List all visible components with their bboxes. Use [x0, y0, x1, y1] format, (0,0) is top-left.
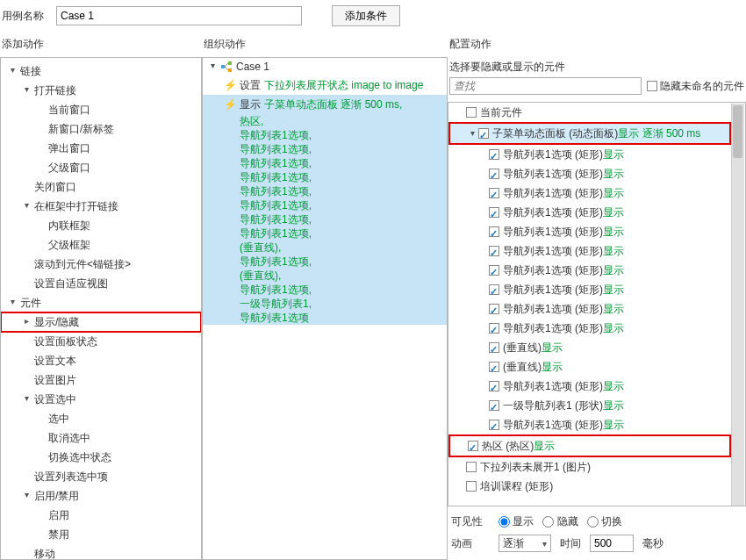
- checkbox-icon[interactable]: [489, 207, 499, 218]
- element-row[interactable]: 导航列表1选项 (矩形) 显示: [448, 241, 731, 261]
- tree-node-label: 设置文本: [34, 353, 76, 369]
- tree-node[interactable]: 显示/隐藏: [1, 312, 201, 332]
- tree-node-label: 设置自适应视图: [34, 276, 108, 291]
- action-set-row[interactable]: ⚡ 设置下拉列表展开状态 image to image: [203, 75, 447, 95]
- chevron-right-icon[interactable]: [22, 318, 31, 327]
- element-row[interactable]: 当前元件: [448, 103, 731, 122]
- element-row[interactable]: 下拉列表未展开1 (图片): [448, 457, 731, 477]
- tree-node-label: 选中: [48, 411, 69, 427]
- tree-node[interactable]: 取消选中: [1, 428, 201, 448]
- action-detail-line: 导航列表1选项,: [203, 198, 447, 212]
- checkbox-icon[interactable]: [489, 304, 499, 314]
- element-row[interactable]: 导航列表1选项 (矩形) 显示: [448, 280, 731, 299]
- element-row[interactable]: 培训课程 (矩形): [448, 477, 731, 496]
- tree-node[interactable]: 设置面板状态: [1, 332, 201, 351]
- chevron-down-icon[interactable]: [8, 67, 17, 75]
- element-row[interactable]: ▾ 子菜单动态面板 (动态面板) 显示 逐渐 500 ms: [448, 122, 731, 145]
- element-row[interactable]: (垂直线) 显示: [448, 357, 731, 377]
- element-row[interactable]: 导航列表1选项 (矩形) 显示: [448, 299, 731, 319]
- checkbox-icon[interactable]: [489, 188, 499, 198]
- tree-node-label: 链接: [20, 63, 41, 79]
- checkbox-icon[interactable]: [489, 400, 499, 411]
- tree-node[interactable]: 设置选中: [1, 390, 201, 409]
- checkbox-icon[interactable]: [478, 128, 489, 139]
- checkbox-icon[interactable]: [466, 481, 477, 492]
- checkbox-icon[interactable]: [489, 381, 499, 391]
- tree-node[interactable]: 启用/禁用: [1, 486, 201, 506]
- tree-node[interactable]: 设置图片: [1, 370, 201, 390]
- checkbox-icon[interactable]: [489, 420, 499, 430]
- checkbox-icon[interactable]: [489, 149, 499, 160]
- hide-unnamed-toggle[interactable]: 隐藏未命名的元件: [647, 79, 744, 94]
- tree-node[interactable]: 链接: [1, 61, 201, 81]
- checkbox-icon[interactable]: [489, 323, 499, 334]
- element-row[interactable]: 导航列表1选项 (矩形) 显示: [448, 145, 731, 164]
- element-label: 一级导航列表1 (形状): [503, 398, 603, 413]
- tree-node[interactable]: 打开链接: [1, 81, 201, 100]
- element-row[interactable]: 一级导航列表1 (形状) 显示: [448, 396, 731, 415]
- chevron-down-icon[interactable]: [22, 395, 31, 404]
- element-row[interactable]: (垂直线) 显示: [448, 338, 731, 357]
- element-row[interactable]: 导航列表1选项 (矩形) 显示: [448, 203, 731, 222]
- tree-node[interactable]: 弹出窗口: [1, 139, 201, 158]
- checkbox-icon[interactable]: [468, 441, 478, 451]
- tree-node[interactable]: 在框架中打开链接: [1, 197, 201, 216]
- time-input[interactable]: [590, 535, 634, 552]
- checkbox-icon[interactable]: [489, 362, 499, 372]
- tree-node[interactable]: 移动: [1, 544, 201, 560]
- element-row[interactable]: 导航列表1选项 (矩形) 显示: [448, 222, 731, 241]
- chevron-down-icon[interactable]: ▾: [468, 126, 477, 141]
- element-row[interactable]: 导航列表1选项 (矩形) 显示: [448, 319, 731, 338]
- element-row[interactable]: 导航列表1选项 (矩形) 显示: [448, 164, 731, 183]
- element-label: 导航列表1选项 (矩形): [503, 417, 603, 433]
- anim-select[interactable]: 逐渐: [499, 535, 551, 552]
- tree-node[interactable]: 设置列表选中项: [1, 467, 201, 486]
- tree-node[interactable]: 禁用: [1, 525, 201, 544]
- tree-node[interactable]: 新窗口/新标签: [1, 119, 201, 139]
- chevron-down-icon[interactable]: [8, 298, 17, 307]
- tree-node[interactable]: 父级窗口: [1, 158, 201, 177]
- tree-node[interactable]: 设置自适应视图: [1, 274, 201, 293]
- radio-hide[interactable]: 隐藏: [542, 514, 577, 529]
- chevron-down-icon[interactable]: [22, 492, 31, 500]
- radio-toggle[interactable]: 切换: [587, 514, 622, 529]
- chevron-down-icon[interactable]: [22, 202, 31, 211]
- checkbox-icon[interactable]: [489, 284, 499, 295]
- chevron-down-icon[interactable]: [22, 86, 31, 95]
- checkbox-icon[interactable]: [466, 462, 477, 472]
- element-row[interactable]: 导航列表1选项 (矩形) 显示: [448, 415, 731, 434]
- action-detail-line: (垂直线),: [203, 269, 447, 283]
- element-label: 下拉列表未展开1 (图片): [480, 459, 591, 475]
- add-condition-button[interactable]: 添加条件: [332, 5, 400, 26]
- tree-node[interactable]: 内联框架: [1, 216, 201, 235]
- checkbox-icon[interactable]: [489, 169, 499, 179]
- tree-node[interactable]: 元件: [1, 293, 201, 312]
- tree-node[interactable]: 关闭窗口: [1, 177, 201, 197]
- case-name-input[interactable]: [56, 6, 302, 25]
- element-row[interactable]: 导航列表1选项 (矩形) 显示: [448, 183, 731, 203]
- element-row[interactable]: 导航列表1选项 (矩形) 显示: [448, 377, 731, 396]
- action-show-row[interactable]: ⚡ 显示子菜单动态面板 逐渐 500 ms,: [203, 95, 447, 114]
- tree-node[interactable]: 设置文本: [1, 351, 201, 370]
- tree-node[interactable]: 选中: [1, 409, 201, 428]
- tree-node[interactable]: 当前窗口: [1, 100, 201, 119]
- search-input[interactable]: [449, 77, 642, 95]
- checkbox-icon[interactable]: [489, 265, 499, 276]
- tree-node-label: 打开链接: [34, 83, 76, 98]
- case-row[interactable]: Case 1: [203, 58, 447, 75]
- checkbox-icon[interactable]: [489, 342, 499, 353]
- element-row[interactable]: 热区 (热区) 显示: [448, 434, 731, 457]
- checkbox-icon[interactable]: [489, 226, 499, 237]
- tree-node[interactable]: 滚动到元件<锚链接>: [1, 255, 201, 274]
- tree-node[interactable]: 切换选中状态: [1, 448, 201, 467]
- checkbox-icon[interactable]: [647, 81, 657, 91]
- case-toggle-icon[interactable]: [208, 62, 217, 71]
- checkbox-icon[interactable]: [466, 107, 477, 118]
- radio-show[interactable]: 显示: [499, 514, 534, 529]
- tree-node[interactable]: 启用: [1, 506, 201, 525]
- tree-node[interactable]: 父级框架: [1, 235, 201, 255]
- scrollbar[interactable]: [731, 104, 744, 506]
- element-label: 导航列表1选项 (矩形): [503, 301, 603, 317]
- element-row[interactable]: 导航列表1选项 (矩形) 显示: [448, 261, 731, 280]
- checkbox-icon[interactable]: [489, 246, 499, 256]
